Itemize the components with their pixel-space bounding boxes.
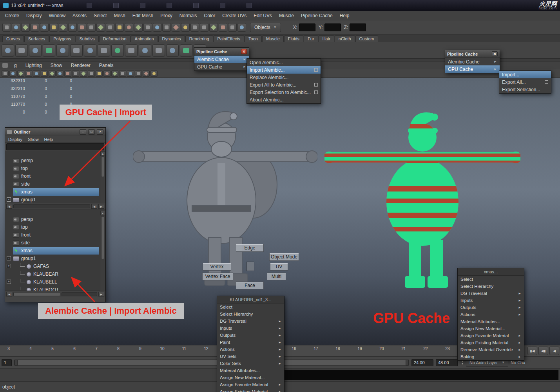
- new-scene-icon[interactable]: [2, 23, 11, 32]
- shelf-tab[interactable]: Dynamics: [158, 35, 185, 42]
- shelf-tab[interactable]: Hair: [319, 35, 334, 42]
- marking-menu-edge[interactable]: Edge: [236, 244, 264, 252]
- select-camera-icon[interactable]: [2, 70, 9, 77]
- range-slider-start-handle[interactable]: [14, 360, 18, 365]
- context-menu-item[interactable]: DG Traversal ►: [458, 290, 524, 297]
- menubar-item[interactable]: Window: [45, 13, 69, 18]
- selection-mode-dropdown[interactable]: Objects ▼: [250, 23, 281, 32]
- scrollbar-track[interactable]: [13, 204, 90, 208]
- animation-end-field[interactable]: 48.00: [436, 359, 458, 366]
- context-menu-item[interactable]: Outputs ►: [458, 304, 524, 311]
- pipeline-cache-window-right[interactable]: Pipeline Cache ✕ Alembic Cache ► GPU Cac…: [445, 50, 500, 73]
- z-coordinate-field[interactable]: [350, 23, 366, 31]
- context-menu-item[interactable]: Paint ►: [217, 339, 284, 346]
- scroll-up-arrow[interactable]: ▲: [100, 151, 105, 156]
- shelf-tab[interactable]: Animation: [131, 35, 158, 42]
- shadows-icon[interactable]: [135, 70, 142, 77]
- shelf-item-icon[interactable]: [56, 44, 69, 57]
- context-menu-item[interactable]: Assign Existing Material ►: [458, 339, 524, 346]
- shelf-item-icon[interactable]: [111, 44, 124, 57]
- shelf-tab[interactable]: Rendering: [185, 35, 213, 42]
- scroll-up-arrow[interactable]: ▲: [100, 211, 105, 215]
- step-back-frame-button[interactable]: ◀▮: [538, 347, 548, 355]
- window-titlebar[interactable]: 13 x64: untitled* --- xmas 火星网 hxsd.com: [0, 0, 560, 11]
- context-menu-item[interactable]: UV Sets ►: [217, 353, 284, 360]
- shelf-tab[interactable]: Fur: [304, 35, 318, 42]
- snap-to-curve-icon[interactable]: [134, 23, 143, 32]
- panel-menu-item[interactable]: Panels: [99, 63, 114, 68]
- camera-attributes-icon[interactable]: [17, 70, 24, 77]
- outliner-menu-item[interactable]: Help: [44, 137, 53, 142]
- option-box[interactable]: [314, 90, 318, 94]
- outliner-pane-splitter[interactable]: ◀ ◀ ▶: [5, 203, 105, 210]
- context-menu-item[interactable]: Assign New Material...: [217, 374, 284, 381]
- option-box[interactable]: [314, 68, 318, 72]
- marking-menu-face[interactable]: Face: [236, 282, 264, 289]
- context-menu-item[interactable]: Remove Material Override ►: [458, 346, 524, 353]
- menubar-item[interactable]: Display: [23, 13, 45, 18]
- menubar-item[interactable]: Help: [336, 13, 353, 18]
- range-slider-end-handle[interactable]: [406, 360, 409, 365]
- smooth-shade-all-icon[interactable]: [103, 70, 111, 77]
- pipeline-menu-item[interactable]: GPU Cache ►: [194, 63, 249, 70]
- shelf-item-icon[interactable]: [15, 44, 28, 57]
- pipeline-window-titlebar[interactable]: Pipeline Cache ✕: [194, 48, 249, 56]
- outliner-row[interactable]: top: [13, 223, 99, 231]
- scroll-right-arrow[interactable]: ▶: [98, 204, 104, 209]
- shelf-tab[interactable]: Surfaces: [24, 35, 49, 42]
- shelf-tab[interactable]: Toon: [245, 35, 262, 42]
- outliner-row[interactable]: side: [13, 180, 99, 188]
- marking-menu-vertex-face[interactable]: Vertex Face: [202, 273, 233, 280]
- shelf-item-icon[interactable]: [152, 44, 165, 57]
- context-menu-item[interactable]: Actions ►: [217, 346, 284, 353]
- menubar-item[interactable]: Mesh: [110, 13, 129, 18]
- context-menu-item[interactable]: Outputs ►: [217, 332, 284, 339]
- shelf-tab[interactable]: Muscle: [262, 35, 284, 42]
- shelf-item-icon[interactable]: [29, 44, 42, 57]
- context-menu-klauforr[interactable]: KLAUFORR_nd1_3... Select Select Hierarch…: [217, 296, 285, 392]
- vertical-scrollbar[interactable]: ▲: [100, 151, 105, 203]
- shelf-tab[interactable]: Curves: [2, 35, 24, 42]
- select-by-component-icon[interactable]: [49, 23, 58, 32]
- shelf-item-icon[interactable]: [125, 44, 138, 57]
- marking-menu-object-mode[interactable]: Object Mode: [269, 253, 299, 261]
- select-handles-icon[interactable]: [59, 23, 67, 32]
- menubar-item[interactable]: Assets: [69, 13, 90, 18]
- xray-icon[interactable]: [150, 70, 158, 77]
- context-menu-item[interactable]: Color Sets ►: [217, 360, 284, 367]
- shelf-item-icon[interactable]: [180, 44, 192, 57]
- submenu-item[interactable]: Export All to Alembic...: [247, 81, 321, 89]
- shelf-tab[interactable]: Custom: [355, 35, 378, 42]
- outliner-row[interactable]: persp: [13, 215, 99, 223]
- go-to-start-button[interactable]: ▮◀: [527, 347, 537, 355]
- option-box[interactable]: [545, 88, 548, 91]
- expand-toggle[interactable]: -: [7, 256, 11, 260]
- menubar-item[interactable]: Edit Mesh: [129, 13, 157, 18]
- range-slider[interactable]: [14, 359, 409, 366]
- outliner-row[interactable]: ϟ xmas: [13, 188, 99, 196]
- render-current-frame-icon[interactable]: [219, 23, 227, 32]
- outliner-row[interactable]: + KLAUBELL: [13, 278, 99, 286]
- alembic-cache-submenu[interactable]: Open Alembic... Import Alembic... Replac…: [246, 58, 321, 104]
- shelf-item-icon[interactable]: [70, 44, 83, 57]
- character-set-label[interactable]: No Cha: [511, 360, 525, 365]
- save-scene-icon[interactable]: [21, 23, 30, 32]
- pipeline-menu-item[interactable]: GPU Cache ►: [445, 65, 500, 73]
- context-menu-item[interactable]: Assign New Material...: [458, 325, 524, 332]
- option-box[interactable]: [314, 83, 318, 87]
- scroll-left-arrow[interactable]: ◀: [91, 204, 97, 209]
- shelf-tab[interactable]: nCloth: [335, 35, 355, 42]
- pipeline-menu-item[interactable]: Alembic Cache ►: [445, 58, 500, 65]
- field-chart-icon[interactable]: [72, 70, 79, 77]
- scrollbar-thumb[interactable]: [13, 292, 60, 296]
- context-menu-item[interactable]: Select: [458, 276, 524, 283]
- outliner-row[interactable]: ϟ xmas: [13, 247, 99, 255]
- bookmarks-icon[interactable]: [25, 70, 32, 77]
- scrollbar-track[interactable]: [62, 292, 97, 296]
- marking-menu-multi[interactable]: Multi: [267, 273, 286, 280]
- close-button[interactable]: ✕: [492, 51, 498, 56]
- context-menu-item[interactable]: Material Attributes...: [217, 367, 284, 374]
- spinner-arrows[interactable]: ▲▼: [461, 360, 464, 365]
- expand-toggle[interactable]: +: [7, 264, 11, 268]
- panel-menu-item[interactable]: Renderer: [71, 63, 91, 68]
